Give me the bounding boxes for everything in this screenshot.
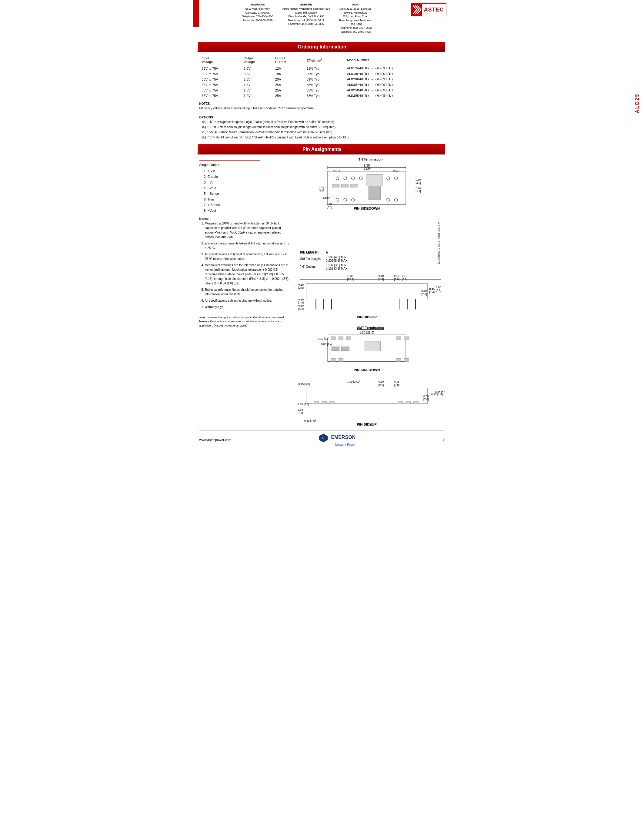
svg-rect-47 [306,283,427,299]
th-label: TH Termination [296,158,445,161]
svg-rect-17 [341,184,348,187]
svg-rect-70 [338,337,343,340]
svg-text:0.45: 0.45 [429,288,435,291]
pin-length-header: PIN LENGTH A [298,250,350,255]
svg-rect-69 [331,337,335,340]
table-cell: 25A [273,93,304,98]
table-cell: 36V to 75V [200,93,242,98]
table-cell: ALD18F48(N) - (6)(S)(L) [345,71,444,77]
list-item: Technical reference Notes should be cons… [205,288,290,297]
svg-rect-95 [413,401,418,404]
svg-text:[33.0]: [33.0] [363,167,370,170]
red-divider [200,160,260,161]
svg-text:[2.5]: [2.5] [378,383,384,386]
europe-title: EUROPE [282,3,330,6]
option6-value: 0.137 [3.5] MIN0.152 [3.9] MAX [324,263,350,271]
notes-text: Efficiency values taken at nominal input… [200,106,445,111]
list-item: 7. + Sense [204,202,290,208]
svg-text:0.19: 0.19 [415,178,421,181]
svg-point-7 [344,177,347,180]
table-cell: 88% Typ [304,82,345,88]
list-item: 3. - Vin [204,180,290,185]
table-cell: 89% Typ [304,77,345,82]
table-row: 36V to 75V1.8V25A88% TypALD25Y48(N) - (6… [200,82,445,88]
pin-list: 1. + Vin2. Enable3. - Vin4. - Vout5. - S… [204,168,290,214]
svg-text:[2.9]: [2.9] [415,190,421,193]
europe-office: EUROPE Astec House, Waterfront Business … [282,3,330,34]
list-item: (L) : "L" = RoHS compliant (RoHS 6) / "B… [203,135,445,140]
svg-rect-77 [404,359,408,362]
svg-text:0.15: 0.15 [394,275,399,277]
table-cell: 91% Typ [304,65,345,71]
svg-rect-80 [341,347,349,351]
pin-notes-title: Notes: [200,217,290,221]
table-row: "-6" Option: 0.137 [3.5] MIN0.152 [3.9] … [298,263,350,271]
svg-point-9 [359,177,362,180]
table-cell: 85% Typ [304,88,345,93]
svg-point-20 [344,198,347,201]
options-list: (N) : "N" = designates Negatve Logic Ena… [200,120,445,140]
svg-rect-71 [346,337,351,340]
chevron-icon [412,4,421,15]
list-item: (6) : "-6" = 3.7mm nominal pin length (d… [203,125,445,129]
col-model-number: Model Number [345,55,444,65]
table-cell: 83% Typ [304,93,345,98]
header-red-accent [193,0,199,27]
table-cell: 1.8V [241,82,273,88]
svg-text:0.15: 0.15 [402,275,407,277]
table-cell: ALD25K48(N) - (6)(S)(L) [345,93,444,98]
svg-point-6 [336,177,339,180]
svg-text:0.30: 0.30 [423,395,429,398]
svg-text:0.35: 0.35 [319,186,324,189]
table-cell: ALD12A48(N) - (6)(S)(L) [345,65,444,71]
table-cell: 20A [273,77,304,82]
ordering-table: InputVoltage OutputVoltage OutputCurrent… [200,55,445,98]
asia-office: ASIA Units 2111-2116, Level 21Tower1, Me… [339,3,372,34]
svg-point-21 [351,198,354,201]
smt-label: SMT Termination [296,326,445,330]
svg-text:0.60: 0.60 [436,285,441,288]
svg-rect-75 [338,359,343,362]
table-cell: 25A [273,82,304,88]
svg-text:1.10: 1.10 [347,275,353,277]
svg-rect-76 [396,359,400,362]
list-item: Mechanical drawings are for reference on… [205,263,290,286]
ordering-section-header: Ordering Information [200,42,445,52]
table-cell: 1.5V [241,88,273,93]
svg-rect-93 [398,401,402,404]
list-item: Measured at 20MHz bandwidth with externa… [205,221,290,239]
th-termination-diagram: 1.30 [33.0] Pin 1 [296,162,445,249]
svg-text:0.90: 0.90 [415,187,421,190]
svg-text:0.30: 0.30 [297,408,303,411]
svg-text:0.30 [7.6]: 0.30 [7.6] [304,419,316,422]
header: AMERICAS 5810 Van Allen WayCarlsbad, CA … [193,0,451,37]
svg-text:PIN SIDEDOWN: PIN SIDEDOWN [353,206,380,210]
table-cell: 3.3V [241,71,273,77]
svg-point-10 [386,177,390,180]
astec-logo: ASTEC [411,3,446,16]
asia-title: ASIA [339,3,372,6]
svg-text:0.10: 0.10 [298,283,304,286]
svg-text:0.10: 0.10 [378,275,384,277]
table-row: 36V to 75V1.2V25A83% TypALD25K48(N) - (6… [200,93,445,98]
table-cell: ALD20G48(N) - (6)(S)(L) [345,77,444,82]
notes-section: NOTES: Efficiency values taken at nomina… [200,101,445,140]
std-pin-value: 0.189 [4.8] MIN0.205 [5.2] MAX [324,255,350,263]
table-header-row: InputVoltage OutputVoltage OutputCurrent… [200,55,445,65]
list-item: 6. Trim [204,196,290,203]
svg-point-23 [394,198,397,201]
industry-standard-label: Astec Industry Standard [437,222,441,264]
table-row: 36V to 75V2.5V20A89% TypALD20G48(N) - (6… [200,77,445,82]
americas-office: AMERICAS 5810 Van Allen WayCarlsbad, CA … [242,3,274,34]
network-power: Network Power [335,443,356,447]
svg-text:PIN SIDEDOWN: PIN SIDEDOWN [353,368,380,371]
col-input-voltage: InputVoltage [200,55,242,65]
table-cell: 25A [273,88,304,93]
pin-length-table: PIN LENGTH A Std Pin Length: 0.189 [4.8]… [298,250,350,271]
svg-text:[7.6]: [7.6] [421,293,427,296]
table-row: Std Pin Length: 0.189 [4.8] MIN0.205 [5.… [298,255,350,263]
list-item: 2. Enable [204,174,290,180]
table-cell: 36V to 75V [200,77,242,82]
svg-text:0.30: 0.30 [298,298,304,301]
list-item: All specifications are typical at nomina… [205,252,290,261]
